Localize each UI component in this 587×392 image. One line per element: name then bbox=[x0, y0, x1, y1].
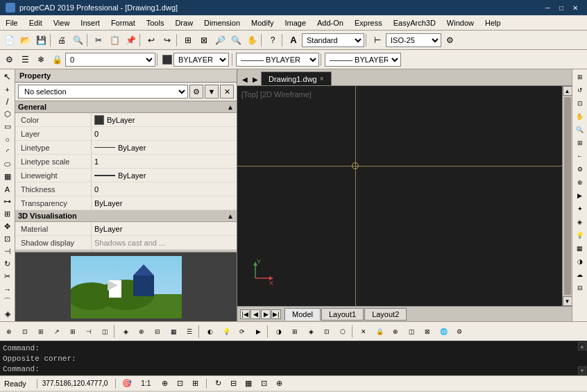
menu-easyarch[interactable]: EasyArch3D bbox=[388, 15, 441, 30]
save-button[interactable]: 💾 bbox=[33, 33, 49, 48]
block-button[interactable]: ⊞ bbox=[1, 208, 14, 220]
bt-map[interactable]: 🌐 bbox=[436, 324, 451, 339]
status-icon7[interactable]: ▦ bbox=[242, 377, 255, 390]
scroll-up-button[interactable]: ▲ bbox=[563, 86, 572, 96]
tab-model[interactable]: Model bbox=[284, 308, 321, 321]
zoom-rt-button[interactable]: 🔍 bbox=[574, 123, 586, 136]
menu-format[interactable]: Format bbox=[105, 15, 141, 30]
zoom-window-button[interactable]: ⊞ bbox=[180, 33, 196, 48]
iso-combo[interactable]: ISO-25 bbox=[386, 33, 441, 47]
scroll-down-button[interactable]: ▼ bbox=[563, 296, 572, 306]
prop-filter-button[interactable]: ⚙ bbox=[189, 85, 203, 99]
mirror-button[interactable]: ⊣ bbox=[1, 246, 14, 257]
prop-value-material[interactable]: ByLayer bbox=[92, 222, 237, 235]
prop-value-shadow[interactable]: Shadows cast and ... bbox=[92, 236, 237, 249]
tab-nav-left[interactable]: ◀ bbox=[240, 74, 250, 84]
style-combo[interactable]: Standard bbox=[302, 33, 364, 47]
draw-poly-button[interactable]: ⬡ bbox=[1, 108, 14, 120]
pan-button[interactable]: ✋ bbox=[244, 33, 260, 48]
zoom-extents-button[interactable]: ⊠ bbox=[196, 33, 212, 48]
snap-icon[interactable]: 🎯 bbox=[121, 377, 133, 390]
menu-express[interactable]: Express bbox=[349, 15, 388, 30]
minimize-button[interactable]: ─ bbox=[541, 3, 554, 12]
close-button[interactable]: ✕ bbox=[569, 3, 581, 12]
bt-props[interactable]: ☰ bbox=[182, 324, 197, 339]
print-preview-button[interactable]: 🔍 bbox=[70, 33, 85, 48]
bt-grid[interactable]: ⊞ bbox=[65, 324, 80, 339]
menu-modify[interactable]: Modify bbox=[246, 15, 279, 30]
bt-viewcube2[interactable]: ⊟ bbox=[150, 324, 165, 339]
prop-value-ltscale[interactable]: 1 bbox=[92, 155, 237, 168]
menu-tools[interactable]: Tools bbox=[141, 15, 170, 30]
layer-lock-button[interactable]: 🔒 bbox=[49, 52, 65, 67]
prop-toggle-button[interactable]: ▼ bbox=[205, 85, 219, 99]
bt-dyn[interactable]: ◫ bbox=[97, 324, 112, 339]
prop-value-linetype[interactable]: ByLayer bbox=[92, 141, 237, 154]
draw-ellipse-button[interactable]: ⬭ bbox=[1, 158, 14, 170]
bt-plot[interactable]: ✕ bbox=[356, 324, 371, 339]
status-icon6[interactable]: ⊟ bbox=[227, 377, 239, 390]
status-icon8[interactable]: ⊡ bbox=[257, 377, 270, 390]
menu-view[interactable]: View bbox=[48, 15, 76, 30]
trim-button[interactable]: ✂ bbox=[1, 271, 14, 282]
light-button[interactable]: 💡 bbox=[574, 229, 586, 241]
lineweight-combo[interactable]: ——— BYLAYER bbox=[325, 53, 401, 67]
copy-button[interactable]: 📋 bbox=[107, 33, 122, 48]
prop-value-thickness[interactable]: 0 bbox=[92, 182, 237, 196]
bt-iso2[interactable]: ⬡ bbox=[335, 324, 350, 339]
menu-edit[interactable]: Edit bbox=[24, 15, 48, 30]
zoom-out-button[interactable]: 🔍 bbox=[228, 33, 244, 48]
cut-button[interactable]: ✂ bbox=[91, 33, 106, 48]
zoom-window-rt-button[interactable]: ⊞ bbox=[574, 137, 586, 149]
linetype-combo[interactable]: ——— BYLAYER bbox=[236, 53, 319, 67]
color-combo[interactable]: BYLAYER bbox=[173, 53, 229, 67]
bt-ucs[interactable]: ⊠ bbox=[420, 324, 435, 339]
text-button[interactable]: A bbox=[1, 183, 14, 195]
prop-close-button[interactable]: ✕ bbox=[220, 85, 234, 99]
menu-image[interactable]: Image bbox=[279, 15, 312, 30]
canvas-viewport[interactable]: [Top] [2D Wireframe] Y X bbox=[237, 86, 572, 306]
bt-osnap[interactable]: ⊡ bbox=[17, 324, 33, 339]
menu-dimension[interactable]: Dimension bbox=[198, 15, 246, 30]
shadow-rt-button[interactable]: ◑ bbox=[574, 255, 586, 268]
menu-insert[interactable]: Insert bbox=[75, 15, 105, 30]
menu-file[interactable]: File bbox=[0, 15, 24, 30]
selection-combo[interactable]: No selection bbox=[18, 85, 188, 99]
environment-button[interactable]: ☁ bbox=[574, 269, 586, 281]
status-icon3[interactable]: ⊡ bbox=[173, 377, 186, 390]
status-icon4[interactable]: ⊞ bbox=[189, 377, 201, 390]
cmd-scroll-down[interactable]: ▼ bbox=[578, 366, 586, 375]
layer-manager-button[interactable]: ⚙ bbox=[1, 52, 17, 67]
draw-rect-button[interactable]: ▭ bbox=[1, 121, 14, 133]
section-plane-button[interactable]: ⊟ bbox=[574, 282, 586, 294]
3dview-button[interactable]: ◈ bbox=[1, 308, 14, 320]
status-icon9[interactable]: ⊕ bbox=[273, 377, 285, 390]
bt-3d[interactable]: ⊕ bbox=[134, 324, 149, 339]
undo-button[interactable]: ↩ bbox=[144, 33, 159, 48]
hatch-button[interactable]: ▦ bbox=[1, 171, 14, 182]
showmotion-button[interactable]: ▶ bbox=[574, 189, 586, 202]
maximize-button[interactable]: □ bbox=[555, 3, 568, 12]
move-button[interactable]: ✥ bbox=[1, 221, 14, 232]
open-button[interactable]: 📂 bbox=[17, 33, 33, 48]
3dwidget-button[interactable]: ✦ bbox=[574, 203, 586, 215]
layer-props-button[interactable]: ☰ bbox=[17, 52, 33, 67]
scale-display[interactable]: 1:1 bbox=[136, 377, 155, 390]
print-button[interactable]: 🖨 bbox=[54, 33, 69, 48]
new-button[interactable]: 📄 bbox=[1, 33, 17, 48]
bt-lock[interactable]: 🔒 bbox=[372, 324, 387, 339]
bt-snap[interactable]: ⊕ bbox=[1, 324, 17, 339]
fillet-button[interactable]: ⌒ bbox=[1, 296, 14, 307]
bt-shade[interactable]: ◑ bbox=[271, 324, 287, 339]
menu-addon[interactable]: Add-On bbox=[312, 15, 349, 30]
layout-nav-first[interactable]: |◀ bbox=[240, 309, 250, 319]
redo-button[interactable]: ↪ bbox=[160, 33, 175, 48]
select-button[interactable]: ↖ bbox=[1, 71, 14, 83]
prop-value-color[interactable]: ByLayer bbox=[92, 113, 237, 126]
menu-help[interactable]: Help bbox=[479, 15, 507, 30]
tab-layout2[interactable]: Layout2 bbox=[364, 308, 407, 321]
dim-button[interactable]: ⊶ bbox=[1, 196, 14, 207]
bt-iso[interactable]: ◈ bbox=[118, 324, 133, 339]
bt-render2[interactable]: ◐ bbox=[203, 324, 218, 339]
layer-combo[interactable]: 0 bbox=[65, 53, 155, 67]
